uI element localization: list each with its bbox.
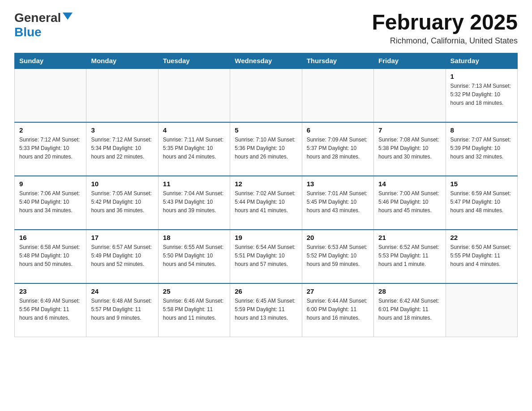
calendar-week-row: 2Sunrise: 7:12 AM Sunset: 5:33 PM Daylig… [15, 122, 518, 176]
day-info: Sunrise: 7:06 AM Sunset: 5:40 PM Dayligh… [19, 189, 82, 215]
calendar-cell: 8Sunrise: 7:07 AM Sunset: 5:39 PM Daylig… [446, 122, 517, 176]
calendar-cell: 4Sunrise: 7:11 AM Sunset: 5:35 PM Daylig… [158, 122, 230, 176]
calendar-cell: 22Sunrise: 6:50 AM Sunset: 5:55 PM Dayli… [446, 230, 517, 283]
svg-marker-0 [63, 13, 73, 20]
calendar-week-row: 16Sunrise: 6:58 AM Sunset: 5:48 PM Dayli… [15, 230, 518, 283]
day-info: Sunrise: 6:52 AM Sunset: 5:53 PM Dayligh… [378, 243, 441, 269]
calendar-week-row: 23Sunrise: 6:49 AM Sunset: 5:56 PM Dayli… [15, 283, 518, 337]
calendar-cell: 27Sunrise: 6:44 AM Sunset: 6:00 PM Dayli… [302, 283, 373, 337]
calendar-week-row: 1Sunrise: 7:13 AM Sunset: 5:32 PM Daylig… [15, 68, 518, 122]
location-subtitle: Richmond, California, United States [372, 36, 518, 46]
calendar-cell [230, 68, 302, 122]
day-info: Sunrise: 7:08 AM Sunset: 5:38 PM Dayligh… [378, 136, 441, 162]
calendar-cell: 14Sunrise: 7:00 AM Sunset: 5:46 PM Dayli… [374, 176, 446, 230]
calendar-cell: 16Sunrise: 6:58 AM Sunset: 5:48 PM Dayli… [15, 230, 86, 283]
day-info: Sunrise: 7:12 AM Sunset: 5:34 PM Dayligh… [91, 136, 153, 162]
day-of-week-header: Saturday [446, 53, 517, 68]
day-info: Sunrise: 7:11 AM Sunset: 5:35 PM Dayligh… [163, 136, 225, 162]
day-number: 6 [307, 126, 369, 134]
day-number: 17 [91, 234, 153, 241]
day-info: Sunrise: 6:49 AM Sunset: 5:56 PM Dayligh… [19, 297, 82, 323]
calendar-cell: 2Sunrise: 7:12 AM Sunset: 5:33 PM Daylig… [15, 122, 86, 176]
day-number: 5 [235, 126, 297, 134]
calendar-cell: 9Sunrise: 7:06 AM Sunset: 5:40 PM Daylig… [15, 176, 86, 230]
day-info: Sunrise: 6:46 AM Sunset: 5:58 PM Dayligh… [163, 297, 225, 323]
day-number: 27 [307, 287, 369, 295]
day-number: 19 [235, 234, 297, 241]
day-number: 22 [450, 234, 513, 241]
calendar-cell: 7Sunrise: 7:08 AM Sunset: 5:38 PM Daylig… [374, 122, 446, 176]
calendar-cell [86, 68, 158, 122]
calendar-body: 1Sunrise: 7:13 AM Sunset: 5:32 PM Daylig… [15, 68, 518, 337]
day-info: Sunrise: 6:59 AM Sunset: 5:47 PM Dayligh… [450, 189, 513, 215]
day-info: Sunrise: 6:44 AM Sunset: 6:00 PM Dayligh… [307, 297, 369, 323]
day-info: Sunrise: 6:53 AM Sunset: 5:52 PM Dayligh… [307, 243, 369, 269]
calendar-week-row: 9Sunrise: 7:06 AM Sunset: 5:40 PM Daylig… [15, 176, 518, 230]
day-number: 20 [307, 234, 369, 241]
day-number: 28 [378, 287, 441, 295]
page-header: General Blue February 2025 Richmond, Cal… [14, 11, 518, 46]
day-number: 2 [19, 126, 82, 134]
day-info: Sunrise: 7:01 AM Sunset: 5:45 PM Dayligh… [307, 189, 369, 215]
day-of-week-header: Friday [374, 53, 446, 68]
calendar-cell: 13Sunrise: 7:01 AM Sunset: 5:45 PM Dayli… [302, 176, 373, 230]
day-info: Sunrise: 7:10 AM Sunset: 5:36 PM Dayligh… [235, 136, 297, 162]
calendar-table: SundayMondayTuesdayWednesdayThursdayFrid… [14, 53, 518, 338]
day-info: Sunrise: 7:09 AM Sunset: 5:37 PM Dayligh… [307, 136, 369, 162]
calendar-cell: 19Sunrise: 6:54 AM Sunset: 5:51 PM Dayli… [230, 230, 302, 283]
day-info: Sunrise: 6:58 AM Sunset: 5:48 PM Dayligh… [19, 243, 82, 269]
day-of-week-header: Monday [86, 53, 158, 68]
day-number: 7 [378, 126, 441, 134]
day-number: 26 [235, 287, 297, 295]
calendar-cell [15, 68, 86, 122]
calendar-cell: 15Sunrise: 6:59 AM Sunset: 5:47 PM Dayli… [446, 176, 517, 230]
calendar-cell [374, 68, 446, 122]
day-number: 18 [163, 234, 225, 241]
calendar-cell: 23Sunrise: 6:49 AM Sunset: 5:56 PM Dayli… [15, 283, 86, 337]
day-number: 10 [91, 180, 153, 188]
day-info: Sunrise: 6:48 AM Sunset: 5:57 PM Dayligh… [91, 297, 153, 323]
logo-arrow-icon [63, 13, 73, 23]
calendar-cell: 24Sunrise: 6:48 AM Sunset: 5:57 PM Dayli… [86, 283, 158, 337]
day-number: 9 [19, 180, 82, 188]
day-info: Sunrise: 6:55 AM Sunset: 5:50 PM Dayligh… [163, 243, 225, 269]
day-info: Sunrise: 7:00 AM Sunset: 5:46 PM Dayligh… [378, 189, 441, 215]
day-number: 23 [19, 287, 82, 295]
day-number: 24 [91, 287, 153, 295]
logo-blue-text: Blue [14, 25, 42, 39]
day-info: Sunrise: 6:45 AM Sunset: 5:59 PM Dayligh… [235, 297, 297, 323]
calendar-cell: 17Sunrise: 6:57 AM Sunset: 5:49 PM Dayli… [86, 230, 158, 283]
day-number: 8 [450, 126, 513, 134]
day-info: Sunrise: 6:42 AM Sunset: 6:01 PM Dayligh… [378, 297, 441, 323]
day-number: 25 [163, 287, 225, 295]
day-info: Sunrise: 7:13 AM Sunset: 5:32 PM Dayligh… [450, 82, 513, 108]
header-row: SundayMondayTuesdayWednesdayThursdayFrid… [15, 53, 518, 68]
day-info: Sunrise: 7:04 AM Sunset: 5:43 PM Dayligh… [163, 189, 225, 215]
calendar-cell [446, 283, 517, 337]
calendar-cell: 25Sunrise: 6:46 AM Sunset: 5:58 PM Dayli… [158, 283, 230, 337]
day-info: Sunrise: 6:50 AM Sunset: 5:55 PM Dayligh… [450, 243, 513, 269]
day-number: 3 [91, 126, 153, 134]
day-info: Sunrise: 6:57 AM Sunset: 5:49 PM Dayligh… [91, 243, 153, 269]
logo-general-text: General [14, 11, 61, 25]
calendar-cell: 18Sunrise: 6:55 AM Sunset: 5:50 PM Dayli… [158, 230, 230, 283]
day-number: 15 [450, 180, 513, 188]
day-of-week-header: Wednesday [230, 53, 302, 68]
calendar-cell: 10Sunrise: 7:05 AM Sunset: 5:42 PM Dayli… [86, 176, 158, 230]
calendar-cell: 28Sunrise: 6:42 AM Sunset: 6:01 PM Dayli… [374, 283, 446, 337]
day-of-week-header: Tuesday [158, 53, 230, 68]
calendar-cell: 1Sunrise: 7:13 AM Sunset: 5:32 PM Daylig… [446, 68, 517, 122]
day-number: 11 [163, 180, 225, 188]
calendar-cell: 12Sunrise: 7:02 AM Sunset: 5:44 PM Dayli… [230, 176, 302, 230]
day-number: 1 [450, 73, 513, 80]
calendar-cell: 3Sunrise: 7:12 AM Sunset: 5:34 PM Daylig… [86, 122, 158, 176]
calendar-cell: 11Sunrise: 7:04 AM Sunset: 5:43 PM Dayli… [158, 176, 230, 230]
day-info: Sunrise: 7:07 AM Sunset: 5:39 PM Dayligh… [450, 136, 513, 162]
day-number: 4 [163, 126, 225, 134]
calendar-cell: 21Sunrise: 6:52 AM Sunset: 5:53 PM Dayli… [374, 230, 446, 283]
calendar-cell [302, 68, 373, 122]
logo: General Blue [14, 11, 73, 39]
calendar-cell [158, 68, 230, 122]
calendar-cell: 20Sunrise: 6:53 AM Sunset: 5:52 PM Dayli… [302, 230, 373, 283]
day-number: 21 [378, 234, 441, 241]
